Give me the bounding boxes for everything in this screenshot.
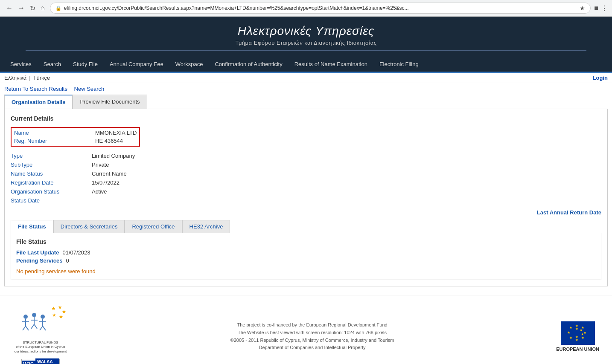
svg-point-5 <box>23 315 28 319</box>
lock-icon: 🔒 <box>55 6 61 11</box>
login-link[interactable]: Login <box>593 75 608 81</box>
svg-text:★: ★ <box>583 331 586 335</box>
tab-preview-file-documents[interactable]: Preview File Documents <box>73 95 147 109</box>
w3c-badge-area: W3C WAI-AAWCAG 2.0 <box>21 359 60 364</box>
inner-tab-registered-office[interactable]: Registered Office <box>125 220 182 233</box>
back-button[interactable]: ← <box>4 3 15 13</box>
lang-selector: Ελληνικά | Türkçe <box>4 75 50 81</box>
nav-bar: Services Search Study File Annual Compan… <box>0 57 612 72</box>
name-value: MMONEXIA LTD <box>95 129 137 137</box>
org-status-label: Organisation Status <box>11 187 92 196</box>
website-text: The Website is best viewed with screen r… <box>230 329 394 337</box>
inner-tab-directors[interactable]: Directors & Secretaries <box>53 220 125 233</box>
menu-icon[interactable]: ⋮ <box>601 4 608 12</box>
highlighted-table: Name MMONEXIA LTD Reg. Number HE 436544 <box>14 129 137 145</box>
svg-line-9 <box>26 326 29 330</box>
project-text: The project is co-financed by the Europe… <box>230 321 394 329</box>
structural-funds-svg: ★ ★ ★ ★ ★ <box>13 304 68 338</box>
inner-tab-file-status[interactable]: File Status <box>11 220 53 233</box>
browser-chrome: ← → ↻ ⌂ 🔒 efiling.drcor.mcit.gov.cy/Drco… <box>0 0 612 17</box>
home-button[interactable]: ⌂ <box>39 3 47 13</box>
nav-list: Services Search Study File Annual Compan… <box>4 57 608 72</box>
svg-text:★: ★ <box>62 309 66 314</box>
org-status-row: Organisation Status Active <box>11 187 135 196</box>
extensions-icon[interactable]: ■ <box>594 4 598 12</box>
address-bar[interactable]: 🔒 efiling.drcor.mcit.gov.cy/DrcorPublic/… <box>50 3 591 14</box>
return-to-search-link[interactable]: Return To Search Results <box>4 86 67 92</box>
nav-results[interactable]: Results of Name Examination <box>289 57 373 72</box>
svg-line-19 <box>43 326 46 330</box>
status-date-value <box>92 196 135 205</box>
reg-number-label: Reg. Number <box>14 137 95 145</box>
lang-separator: | <box>29 75 30 81</box>
reload-button[interactable]: ↻ <box>28 3 37 13</box>
svg-text:★: ★ <box>51 306 56 312</box>
footer: ★ ★ ★ ★ ★ STRUCTURAL FUNDSof the Europea… <box>0 295 612 364</box>
login-area: Login <box>593 75 608 81</box>
new-search-link[interactable]: New Search <box>74 86 105 92</box>
name-row: Name MMONEXIA LTD <box>14 129 137 137</box>
nav-search[interactable]: Search <box>38 57 67 72</box>
w3c-badge: W3C WAI-AAWCAG 2.0 <box>21 359 60 364</box>
reg-number-value: HE 436544 <box>95 137 137 145</box>
details-table: Type Limited Company SubType Private Nam… <box>11 151 135 205</box>
eu-flag-svg: ★ ★ ★ ★ ★ ★ ★ ★ ★ ★ ★ ★ <box>561 322 595 344</box>
greek-lang-link[interactable]: Ελληνικά <box>4 75 26 81</box>
browser-actions: ■ ⋮ <box>594 4 608 12</box>
svg-point-10 <box>32 313 36 317</box>
nav-workspace[interactable]: Workspace <box>169 57 209 72</box>
svg-text:★: ★ <box>575 335 578 339</box>
svg-text:★: ★ <box>569 326 572 329</box>
highlighted-details: Name MMONEXIA LTD Reg. Number HE 436544 <box>11 127 601 148</box>
reg-number-row: Reg. Number HE 436544 <box>14 137 137 145</box>
inner-tab-he32-archive[interactable]: HE32 Archive <box>182 220 230 233</box>
svg-point-15 <box>41 315 45 319</box>
svg-text:★: ★ <box>579 328 582 332</box>
svg-text:★: ★ <box>575 327 578 331</box>
name-status-label: Name Status <box>11 169 92 178</box>
file-status-content: File Status File Last Update 01/07/2023 … <box>11 233 601 280</box>
forward-button[interactable]: → <box>16 3 26 13</box>
file-status-title: File Status <box>16 238 596 245</box>
eu-flag-area: ★ ★ ★ ★ ★ ★ ★ ★ ★ ★ ★ ★ EUROPEAN UNION <box>556 321 599 352</box>
eu-label: EUROPEAN UNION <box>556 347 599 352</box>
file-last-update-label: File Last Update <box>16 249 59 256</box>
department-text: Department of Companies and Intellectual… <box>230 344 394 352</box>
w3c-label: W3C <box>22 361 35 364</box>
site-header: Ηλεκτρονικές Υπηρεσίες Τμήμα Εφόρου Εται… <box>0 17 612 57</box>
registration-date-row: Registration Date 15/07/2022 <box>11 178 135 187</box>
subtype-value: Private <box>92 160 135 169</box>
registration-date-label: Registration Date <box>11 178 92 187</box>
subtype-label: SubType <box>11 160 92 169</box>
svg-text:★: ★ <box>580 332 583 336</box>
url-text: efiling.drcor.mcit.gov.cy/DrcorPublic/Se… <box>64 5 577 11</box>
turkish-lang-link[interactable]: Türkçe <box>33 75 50 81</box>
tab-organisation-details[interactable]: Organisation Details <box>4 95 73 109</box>
svg-text:★: ★ <box>59 314 63 319</box>
type-label: Type <box>11 151 92 160</box>
bookmark-icon[interactable]: ★ <box>580 5 585 12</box>
name-label: Name <box>14 129 95 137</box>
svg-text:★: ★ <box>567 331 570 335</box>
svg-line-13 <box>31 324 34 329</box>
file-last-update-value: 01/07/2023 <box>62 249 90 256</box>
nav-annual-fee[interactable]: Annual Company Fee <box>104 57 169 72</box>
nav-confirmation[interactable]: Confirmation of Authenticity <box>209 57 288 72</box>
footer-center-text: The project is co-financed by the Europe… <box>230 321 394 351</box>
file-last-update-row: File Last Update 01/07/2023 <box>16 249 596 256</box>
registration-date-value: 15/07/2022 <box>92 178 135 187</box>
svg-line-18 <box>40 326 43 330</box>
pending-services-row: Pending Services 0 <box>16 257 596 264</box>
browser-nav-buttons: ← → ↻ ⌂ <box>4 3 47 13</box>
name-status-value: Current Name <box>92 169 135 178</box>
pending-services-label: Pending Services <box>16 257 62 264</box>
type-value: Limited Company <box>92 151 135 160</box>
nav-services[interactable]: Services <box>4 57 38 72</box>
svg-text:★: ★ <box>581 336 584 340</box>
nav-study-file[interactable]: Study File <box>67 57 104 72</box>
nav-efiling[interactable]: Electronic Filing <box>373 57 425 72</box>
header-divider <box>26 50 586 51</box>
status-date-label: Status Date <box>11 196 92 205</box>
structural-funds-logo: ★ ★ ★ ★ ★ STRUCTURAL FUNDSof the Europea… <box>13 304 68 364</box>
svg-line-8 <box>23 326 26 330</box>
